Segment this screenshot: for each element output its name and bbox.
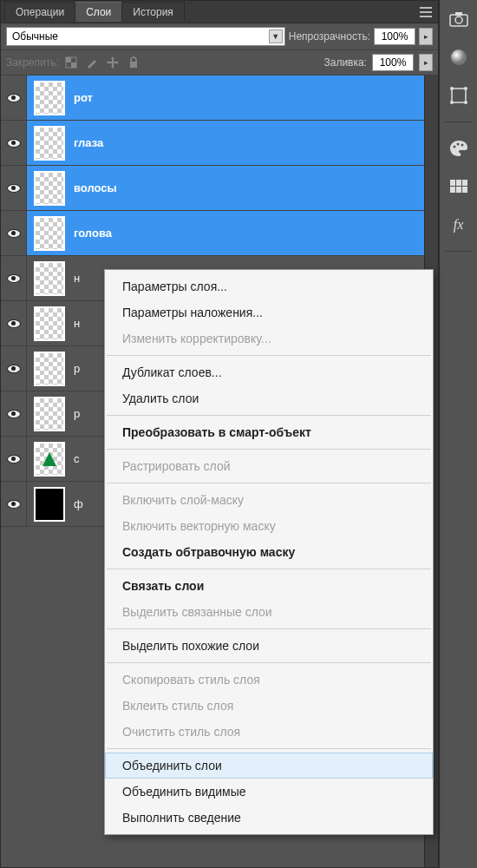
layer-name-label[interactable]: н <box>74 317 80 330</box>
ctx-paste-layer-style: Вклеить стиль слоя <box>105 693 433 719</box>
eye-icon <box>7 365 21 373</box>
svg-point-12 <box>464 101 467 104</box>
opacity-label: Непрозрачность: <box>289 30 370 43</box>
ctx-delete-layers[interactable]: Удалить слои <box>105 385 433 411</box>
svg-rect-19 <box>450 187 455 193</box>
layer-visibility-toggle[interactable] <box>1 437 27 481</box>
ctx-clear-layer-style: Очистить стиль слоя <box>105 719 433 745</box>
opacity-input[interactable]: 100% <box>374 28 415 45</box>
camera-icon[interactable] <box>445 5 473 33</box>
fill-input[interactable]: 100% <box>372 54 414 71</box>
layer-body[interactable]: глаза <box>27 121 424 165</box>
eye-icon <box>7 500 21 509</box>
panel-menu-icon[interactable] <box>417 5 435 19</box>
layer-name-label[interactable]: рот <box>74 91 93 104</box>
layer-thumbnail[interactable] <box>34 81 65 115</box>
layer-name-label[interactable]: волосы <box>74 181 117 194</box>
ctx-select-similar[interactable]: Выделить похожие слои <box>105 633 433 659</box>
ctx-merge-layers[interactable]: Объединить слои <box>105 753 433 779</box>
blend-mode-select[interactable]: Обычные ▼ <box>6 27 285 46</box>
layer-row[interactable]: волосы <box>1 166 424 211</box>
layer-row[interactable]: голова <box>1 211 424 256</box>
layer-row[interactable]: глаза <box>1 121 424 166</box>
swatches-icon[interactable] <box>445 173 473 201</box>
eye-icon <box>7 455 21 464</box>
eye-icon <box>7 184 21 193</box>
layer-thumbnail[interactable] <box>34 442 65 477</box>
ctx-link-layers[interactable]: Связать слои <box>105 573 433 599</box>
fill-label: Заливка: <box>323 56 367 69</box>
ctx-copy-layer-style: Скопировать стиль слоя <box>105 667 433 693</box>
svg-rect-8 <box>452 89 466 102</box>
ctx-convert-smart-object[interactable]: Преобразовать в смарт-объект <box>105 419 433 445</box>
tab-layers[interactable]: Слои <box>75 2 122 22</box>
svg-point-7 <box>451 49 467 65</box>
layer-visibility-toggle[interactable] <box>1 346 27 391</box>
layer-thumbnail[interactable] <box>34 261 65 296</box>
layer-body[interactable]: волосы <box>27 166 424 210</box>
layer-name-label[interactable]: н <box>74 272 80 285</box>
layer-name-label[interactable]: глаза <box>74 136 103 149</box>
layer-name-label[interactable]: р <box>74 407 80 420</box>
layer-name-label[interactable]: голова <box>74 227 112 240</box>
layer-name-label[interactable]: ф <box>74 497 83 510</box>
ctx-layer-properties[interactable]: Параметры слоя... <box>105 273 433 299</box>
layer-visibility-toggle[interactable] <box>1 256 27 300</box>
layer-thumbnail[interactable] <box>34 487 65 522</box>
svg-point-9 <box>450 87 454 90</box>
svg-point-10 <box>464 87 467 90</box>
svg-rect-20 <box>456 187 461 193</box>
svg-point-15 <box>461 144 463 147</box>
layer-visibility-toggle[interactable] <box>1 121 27 165</box>
ctx-merge-visible[interactable]: Объединить видимые <box>105 779 433 805</box>
layer-visibility-toggle[interactable] <box>1 391 27 436</box>
fill-flyout-icon[interactable]: ▸ <box>419 54 433 71</box>
ctx-create-clipping-mask[interactable]: Создать обтравочную маску <box>105 539 433 565</box>
lock-pixels-icon[interactable] <box>64 56 78 69</box>
layer-body[interactable]: голова <box>27 211 424 255</box>
layer-body[interactable]: рот <box>27 76 424 120</box>
layer-visibility-toggle[interactable] <box>1 301 27 345</box>
ctx-enable-layer-mask: Включить слой-маску <box>105 487 433 513</box>
lock-fill-row: Закрепить: Заливка: 100% ▸ <box>1 50 438 76</box>
ctx-separator <box>107 483 431 483</box>
layer-visibility-toggle[interactable] <box>1 211 27 255</box>
layer-thumbnail[interactable] <box>34 126 65 161</box>
ctx-select-linked: Выделить связанные слои <box>105 599 433 625</box>
lock-brush-icon[interactable] <box>85 56 99 69</box>
fx-icon[interactable]: fx <box>445 211 473 239</box>
ctx-blend-options[interactable]: Параметры наложения... <box>105 299 433 326</box>
opacity-flyout-icon[interactable]: ▸ <box>419 28 433 45</box>
blend-opacity-row: Обычные ▼ Непрозрачность: 100% ▸ <box>1 23 438 50</box>
layer-visibility-toggle[interactable] <box>1 76 27 120</box>
ctx-flatten-image[interactable]: Выполнить сведение <box>105 805 433 831</box>
ctx-enable-vector-mask: Включить векторную маску <box>105 513 433 539</box>
layer-row[interactable]: рот <box>1 76 424 121</box>
layer-thumbnail[interactable] <box>34 216 65 251</box>
lock-all-icon[interactable] <box>127 56 140 69</box>
svg-rect-16 <box>450 180 455 186</box>
tab-operations[interactable]: Операции <box>4 2 75 22</box>
layer-name-label[interactable]: с <box>74 452 80 465</box>
layer-name-label[interactable]: р <box>74 362 80 375</box>
tab-history[interactable]: История <box>121 2 185 22</box>
svg-rect-18 <box>462 180 467 186</box>
sphere-icon[interactable] <box>445 43 473 71</box>
eye-icon <box>7 410 21 418</box>
shape-tool-icon[interactable] <box>445 82 473 109</box>
ctx-separator <box>107 355 431 356</box>
layer-thumbnail[interactable] <box>34 306 65 341</box>
layer-thumbnail[interactable] <box>34 352 65 386</box>
layer-visibility-toggle[interactable] <box>1 482 27 526</box>
ctx-duplicate-layers[interactable]: Дубликат слоев... <box>105 359 433 385</box>
layer-context-menu: Параметры слоя... Параметры наложения...… <box>104 269 434 835</box>
eye-icon <box>7 94 21 102</box>
eye-icon <box>7 319 21 328</box>
palette-icon[interactable] <box>445 135 473 162</box>
layer-visibility-toggle[interactable] <box>1 166 27 210</box>
lock-move-icon[interactable] <box>106 56 120 69</box>
layer-thumbnail[interactable] <box>34 397 65 431</box>
dropdown-icon[interactable]: ▼ <box>269 30 283 43</box>
eye-icon <box>7 139 21 148</box>
layer-thumbnail[interactable] <box>34 171 65 206</box>
